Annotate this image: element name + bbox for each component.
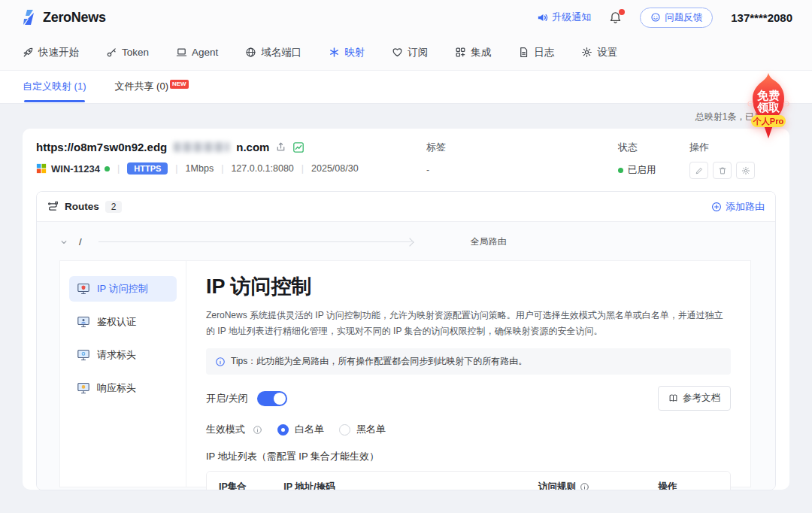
mapping-actions [689, 162, 776, 179]
nav-item-integration[interactable]: 集成 [455, 46, 491, 59]
upgrade-notice-link[interactable]: 升级通知 [537, 11, 591, 24]
nav-item-logs[interactable]: 日志 [518, 46, 554, 59]
radio-blacklist[interactable] [339, 424, 350, 436]
tab-file-share-label: 文件共享 (0) [115, 80, 169, 92]
mapping-url-suffix: n.com [236, 141, 269, 153]
route-connector-line [98, 241, 412, 242]
flame-decor-left [748, 102, 753, 106]
edit-icon [695, 166, 704, 175]
mapping-url-prefix: https://o8m7sw0n92.edg [36, 141, 167, 153]
expiry-date: 2025/08/30 [311, 163, 359, 174]
nav-item-subscription[interactable]: 订阅 [392, 46, 428, 59]
configure-mapping-button[interactable] [736, 162, 755, 179]
nav-item-quickstart[interactable]: 快速开始 [23, 46, 79, 59]
mode-info-icon[interactable] [253, 425, 262, 435]
routes-body: / 全局路由 [37, 222, 775, 490]
th-actions: 操作 [658, 481, 718, 490]
edit-mapping-button[interactable] [689, 162, 708, 179]
routes-header: Routes 2 添加路由 [37, 192, 775, 222]
nav-item-domain-port[interactable]: 域名端口 [245, 46, 301, 59]
gear-small-icon [741, 166, 750, 175]
sub-tabs: 自定义映射 (1) 文件共享 (0)NEW [0, 71, 812, 104]
protocol-badge: HTTPS [127, 162, 168, 175]
mapping-url-row: https://o8m7sw0n92.edgn.com [36, 141, 426, 153]
promo-line1: 免费 [756, 89, 780, 102]
info-icon [215, 357, 226, 367]
mode-label: 生效模式 [206, 423, 245, 436]
promo-pill-label: 个人Pro [753, 117, 784, 126]
gear-icon [581, 47, 592, 58]
notification-bell[interactable] [609, 11, 622, 24]
free-pro-promo-badge[interactable]: 免费 领取 个人Pro [740, 72, 797, 144]
th-access-rule-label: 访问规则 [538, 481, 576, 490]
nav-item-agent[interactable]: Agent [176, 47, 218, 58]
tab-file-share[interactable]: 文件共享 (0)NEW [115, 80, 189, 102]
th-access-rule: 访问规则 [538, 481, 658, 490]
nav-item-settings[interactable]: 设置 [581, 46, 617, 59]
route-collapse-toggle[interactable] [59, 238, 68, 247]
upgrade-notice-label: 升级通知 [552, 11, 591, 24]
new-badge: NEW [170, 80, 189, 89]
delete-mapping-button[interactable] [713, 162, 732, 179]
toggle-knob [274, 393, 286, 405]
effective-mode-row: 生效模式 白名单 [206, 423, 731, 436]
device-name: WIN-11234 [36, 163, 110, 175]
toggle-row: 开启/关闭 参考文 [206, 386, 731, 411]
main-nav: 快速开始 Token Agent 域名端口 [0, 35, 812, 71]
ip-list-label: IP 地址列表（需配置 IP 集合才能生效） [206, 450, 731, 463]
online-status-dot [105, 166, 110, 172]
tab-custom-mapping-label: 自定义映射 (1) [23, 80, 86, 92]
nav-item-token[interactable]: Token [106, 47, 149, 58]
sidebar-item-auth[interactable]: 鉴权认证 [69, 309, 177, 335]
add-route-button[interactable]: 添加路由 [711, 200, 765, 214]
share-url-button[interactable] [275, 141, 286, 153]
toggle-label: 开启/关闭 [206, 392, 248, 405]
traffic-chart-button[interactable] [292, 141, 304, 153]
mapping-card-header: https://o8m7sw0n92.edgn.com [36, 141, 776, 179]
routes-title: Routes 2 [47, 201, 122, 213]
routes-title-label: Routes [65, 201, 99, 212]
monitor-response-icon [77, 381, 90, 395]
nav-label: 设置 [597, 46, 617, 59]
tips-text: Tips：此功能为全局路由，所有操作配置都会同步到此映射下的所有路由。 [231, 355, 527, 368]
flame-decor-right [784, 102, 789, 106]
label-value: - [426, 165, 618, 175]
device-label: WIN-11234 [51, 163, 100, 175]
nav-item-mapping[interactable]: 映射 [329, 46, 365, 59]
tab-custom-mapping[interactable]: 自定义映射 (1) [23, 80, 86, 102]
config-content: IP 访问控制 ZeroNews 系统提供灵活的 IP 访问控制功能，允许为映射… [186, 261, 750, 487]
whitelist-label: 白名单 [295, 423, 324, 436]
rule-info-icon[interactable] [580, 482, 589, 490]
feedback-button[interactable]: 问题反馈 [640, 8, 713, 28]
user-phone[interactable]: 137****2080 [731, 11, 792, 24]
sidebar-item-label: 鉴权认证 [97, 315, 136, 329]
nav-label: Agent [192, 47, 218, 58]
nav-label: 集成 [471, 46, 491, 59]
grid-plus-icon [455, 47, 466, 58]
brand-logo[interactable]: ZeroNews [20, 8, 106, 26]
add-route-label: 添加路由 [726, 200, 765, 214]
panel-description: ZeroNews 系统提供灵活的 IP 访问控制功能，允许为映射资源配置访问策略… [206, 308, 731, 339]
key-icon [106, 47, 117, 58]
sidebar-item-response-headers[interactable]: 响应标头 [69, 375, 177, 401]
th-ip-mask: IP 地址/掩码 [283, 481, 538, 490]
sidebar-item-request-headers[interactable]: 请求标头 [69, 342, 177, 368]
routes-count-badge: 2 [105, 201, 123, 213]
monitor-request-icon [77, 348, 90, 362]
chart-icon [292, 141, 304, 153]
chevron-down-icon [59, 238, 68, 247]
sidebar-item-label: 响应标头 [97, 381, 136, 395]
mapping-url-censored [174, 142, 229, 152]
nav-label: Token [122, 47, 149, 58]
bandwidth-value: 1Mbps [186, 163, 214, 174]
th-ip-set: IP集合 [219, 481, 283, 490]
reference-doc-button[interactable]: 参考文档 [658, 386, 731, 411]
radio-whitelist[interactable] [277, 424, 289, 436]
separator: | [117, 163, 120, 174]
monitor-shield-icon [77, 282, 90, 296]
ip-table-header: IP集合 IP 地址/掩码 访问规则 [207, 472, 730, 490]
sidebar-item-ip-access-control[interactable]: IP 访问控制 [69, 276, 177, 302]
mapping-hub-icon [329, 47, 340, 58]
speaker-icon [537, 12, 548, 23]
ip-access-toggle[interactable] [257, 391, 287, 406]
